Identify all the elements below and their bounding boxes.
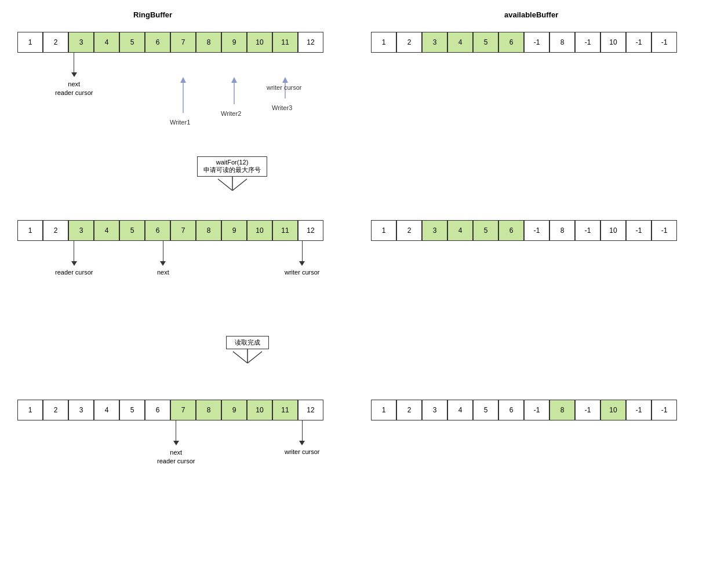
cell-12: 12 bbox=[298, 400, 323, 420]
cell-5: 5 bbox=[473, 220, 498, 241]
cell-7: 7 bbox=[170, 220, 196, 241]
transition1-sub-label: 申请可读的最大序号 bbox=[203, 166, 261, 173]
cell-3: 3 bbox=[68, 220, 94, 241]
cell-1: 1 bbox=[371, 32, 396, 53]
svg-line-11 bbox=[218, 179, 232, 191]
cell-6: 6 bbox=[145, 400, 170, 420]
next-label-2: next bbox=[157, 269, 169, 276]
svg-line-15 bbox=[247, 352, 262, 363]
cell-1: 1 bbox=[17, 32, 43, 53]
availablebuffer-row-2: 123456-18-110-1-1 bbox=[371, 220, 677, 241]
next-reader-cursor-arrow-1: nextreader cursor bbox=[55, 53, 93, 98]
cell-6: 6 bbox=[145, 32, 170, 53]
ringbuffer-title-1: RingBuffer bbox=[133, 10, 172, 19]
cell-5: 5 bbox=[119, 220, 145, 241]
cell-6: 6 bbox=[145, 220, 170, 241]
cell-2: 2 bbox=[396, 32, 422, 53]
cell--1: -1 bbox=[524, 32, 549, 53]
cell-4: 4 bbox=[447, 400, 473, 420]
reader-cursor-label-2: reader cursor bbox=[55, 269, 93, 276]
svg-line-12 bbox=[232, 179, 247, 191]
cell-4: 4 bbox=[94, 220, 119, 241]
svg-marker-4 bbox=[231, 77, 237, 83]
cell-5: 5 bbox=[473, 32, 498, 53]
cell-3: 3 bbox=[422, 400, 447, 420]
availablebuffer-row-1: 123456-18-110-1-1 bbox=[371, 32, 677, 53]
cell--1: -1 bbox=[626, 32, 651, 53]
ringbuffer-row-1: 123456789101112 bbox=[17, 32, 323, 53]
next-reader-cursor-label-3: nextreader cursor bbox=[157, 448, 195, 466]
cell--1: -1 bbox=[651, 220, 677, 241]
cell--1: -1 bbox=[524, 400, 549, 420]
cell-9: 9 bbox=[221, 400, 247, 420]
cell-11: 11 bbox=[272, 32, 298, 53]
transition1-arrow bbox=[215, 176, 250, 199]
cell--1: -1 bbox=[524, 220, 549, 241]
cell--1: -1 bbox=[651, 400, 677, 420]
svg-marker-1 bbox=[180, 77, 186, 83]
transition2-arrow bbox=[230, 349, 265, 372]
svg-line-14 bbox=[233, 352, 247, 363]
writer-cursor-label-2: writer cursor bbox=[285, 269, 320, 276]
cell-2: 2 bbox=[43, 400, 68, 420]
cell-10: 10 bbox=[247, 400, 272, 420]
next-reader-cursor-arrow-3: nextreader cursor bbox=[157, 420, 195, 466]
cell-8: 8 bbox=[196, 32, 221, 53]
cell-11: 11 bbox=[272, 400, 298, 420]
cell-8: 8 bbox=[549, 220, 575, 241]
cell-5: 5 bbox=[119, 400, 145, 420]
writer-cursor-label-3: writer cursor bbox=[285, 448, 320, 455]
cell--1: -1 bbox=[575, 400, 600, 420]
cell-3: 3 bbox=[68, 32, 94, 53]
svg-text:writer cursor: writer cursor bbox=[266, 84, 302, 91]
cell-1: 1 bbox=[17, 400, 43, 420]
cell--1: -1 bbox=[626, 220, 651, 241]
ringbuffer-row-3: 123456789101112 bbox=[17, 400, 323, 420]
cell-8: 8 bbox=[196, 400, 221, 420]
cell-7: 7 bbox=[170, 400, 196, 420]
reader-cursor-arrow-2: reader cursor bbox=[55, 241, 93, 276]
writer-cursor-arrow-3: writer cursor bbox=[285, 420, 320, 455]
page-container: RingBuffer availableBuffer 1234567891011… bbox=[0, 0, 728, 578]
cell-3: 3 bbox=[422, 32, 447, 53]
cell-6: 6 bbox=[498, 32, 524, 53]
cell-3: 3 bbox=[422, 220, 447, 241]
cell-9: 9 bbox=[221, 220, 247, 241]
transition1-box-label: waitFor(12) bbox=[216, 159, 249, 166]
cell--1: -1 bbox=[575, 220, 600, 241]
cell-8: 8 bbox=[549, 400, 575, 420]
cell-3: 3 bbox=[68, 400, 94, 420]
next-reader-cursor-label-1: nextreader cursor bbox=[55, 80, 93, 98]
cell-4: 4 bbox=[447, 220, 473, 241]
cell--1: -1 bbox=[575, 32, 600, 53]
cell-10: 10 bbox=[600, 220, 626, 241]
cell-11: 11 bbox=[272, 220, 298, 241]
transition-1: waitFor(12) 申请可读的最大序号 bbox=[197, 156, 267, 199]
transition-2: 读取完成 bbox=[226, 336, 269, 372]
cell-2: 2 bbox=[43, 32, 68, 53]
cell-1: 1 bbox=[371, 220, 396, 241]
cell-4: 4 bbox=[447, 32, 473, 53]
next-arrow-2: next bbox=[157, 241, 169, 276]
cell-2: 2 bbox=[396, 400, 422, 420]
svg-text:Writer2: Writer2 bbox=[221, 110, 241, 117]
cell-5: 5 bbox=[473, 400, 498, 420]
cell-10: 10 bbox=[247, 220, 272, 241]
cell-7: 7 bbox=[170, 32, 196, 53]
cell-12: 12 bbox=[298, 220, 323, 241]
availablebuffer-row-3: 123456-18-110-1-1 bbox=[371, 400, 677, 420]
svg-text:Writer1: Writer1 bbox=[170, 119, 190, 126]
transition2-box-label: 读取完成 bbox=[235, 339, 260, 346]
cell--1: -1 bbox=[626, 400, 651, 420]
cell-9: 9 bbox=[221, 32, 247, 53]
cell-8: 8 bbox=[549, 32, 575, 53]
writer-cursor-arrow-2: writer cursor bbox=[285, 241, 320, 276]
cell-2: 2 bbox=[396, 220, 422, 241]
cell-4: 4 bbox=[94, 400, 119, 420]
cell-10: 10 bbox=[247, 32, 272, 53]
cell-10: 10 bbox=[600, 32, 626, 53]
cell--1: -1 bbox=[651, 32, 677, 53]
availablebuffer-title-1: availableBuffer bbox=[504, 10, 558, 19]
ringbuffer-row-2: 123456789101112 bbox=[17, 220, 323, 241]
cell-5: 5 bbox=[119, 32, 145, 53]
